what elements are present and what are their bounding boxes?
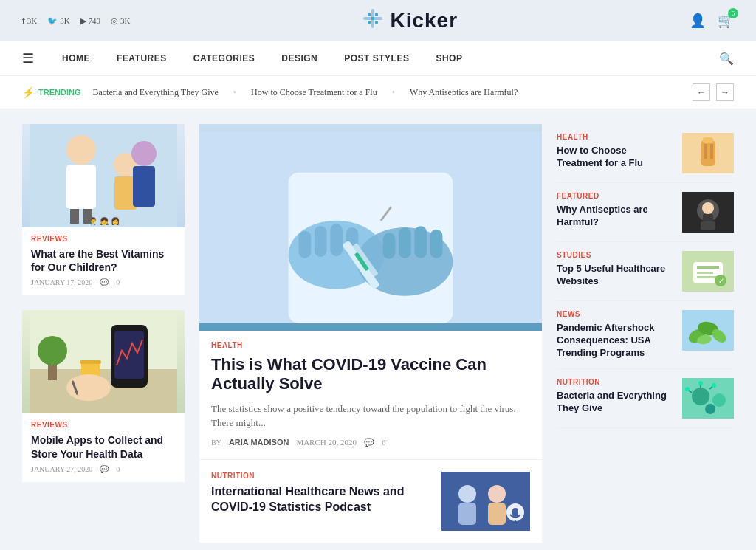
left-article-1: 👨‍⚕️ 👧 👩 REVIEWS What are the Best Vitam… xyxy=(22,124,185,295)
logo-icon xyxy=(362,7,384,34)
hero-comment-icon: 💬 xyxy=(364,438,374,447)
right-item-1-category[interactable]: HEALTH xyxy=(557,133,675,141)
logo[interactable]: Kicker xyxy=(362,7,458,34)
svg-point-74 xyxy=(692,388,709,405)
article-1-title[interactable]: What are the Best Vitamins for Our Child… xyxy=(31,247,176,274)
article-1-category[interactable]: REVIEWS xyxy=(31,235,176,243)
youtube-social[interactable]: ▶ 740 xyxy=(80,16,101,26)
nav-bar: ☰ HOME FEATURES CATEGORIES DESIGN POST S… xyxy=(0,41,756,76)
user-icon[interactable]: 👤 xyxy=(690,13,706,29)
search-icon[interactable]: 🔍 xyxy=(719,52,734,66)
svg-rect-53 xyxy=(703,137,713,143)
svg-point-76 xyxy=(705,404,715,414)
article-1-image: 👨‍⚕️ 👧 👩 xyxy=(22,124,185,227)
article-2-meta: JANUARY 27, 2020 💬 0 xyxy=(31,465,176,473)
svg-text:👨‍⚕️ 👧 👩: 👨‍⚕️ 👧 👩 xyxy=(89,216,120,226)
cart-icon[interactable]: 🛒 6 xyxy=(718,13,734,29)
youtube-count: 740 xyxy=(89,16,101,25)
hero-comments: 6 xyxy=(382,438,386,447)
svg-rect-63 xyxy=(697,266,719,269)
instagram-social[interactable]: ◎ 3K xyxy=(111,16,130,26)
trending-item-2[interactable]: How to Choose Treatment for a Flu xyxy=(251,87,377,98)
bolt-icon: ⚡ xyxy=(22,86,35,98)
right-item-5-category[interactable]: NUTRITION xyxy=(557,378,675,386)
right-item-2-title[interactable]: Why Antiseptics are Harmful? xyxy=(557,204,675,229)
article-2-date: JANUARY 27, 2020 xyxy=(31,465,92,473)
nav-post-styles[interactable]: POST STYLES xyxy=(331,41,422,75)
trending-items: Bacteria and Everything They Give • How … xyxy=(92,87,681,98)
nav-shop[interactable]: SHOP xyxy=(422,41,475,75)
hero-image xyxy=(199,124,542,331)
right-item-2: FEATURED Why Antiseptics are Harmful? xyxy=(557,183,734,242)
nav-design[interactable]: DESIGN xyxy=(268,41,331,75)
center-art2-title[interactable]: International Healthcare News and COVID-… xyxy=(211,484,431,515)
svg-text:✓: ✓ xyxy=(718,277,724,285)
svg-rect-20 xyxy=(114,331,144,379)
right-item-2-category[interactable]: FEATURED xyxy=(557,192,675,200)
svg-point-25 xyxy=(66,374,111,401)
right-item-3-text: STUDIES Top 5 Useful Healthcare Websites xyxy=(557,251,675,288)
right-item-5-thumb xyxy=(682,378,734,419)
hero-category[interactable]: HEALTH xyxy=(211,341,530,349)
nav-categories[interactable]: CATEGORIES xyxy=(180,41,268,75)
center-article-2-text: NUTRITION International Healthcare News … xyxy=(211,472,431,515)
hamburger-menu[interactable]: ☰ xyxy=(22,50,34,66)
trending-item-1[interactable]: Bacteria and Everything They Give xyxy=(92,87,218,98)
svg-rect-45 xyxy=(458,503,476,525)
article-1-meta: JANUARY 17, 2020 💬 0 xyxy=(31,278,176,286)
svg-rect-3 xyxy=(375,13,378,16)
svg-rect-6 xyxy=(371,17,374,20)
right-item-4-text: NEWS Pandemic Aftershock Consequences: U… xyxy=(557,310,675,360)
article-2-image xyxy=(22,310,185,413)
right-item-4-category[interactable]: NEWS xyxy=(557,310,675,318)
nav-home[interactable]: HOME xyxy=(49,41,103,75)
trending-label: ⚡ TRENDING xyxy=(22,86,80,98)
svg-point-81 xyxy=(712,383,716,388)
article-1-body: REVIEWS What are the Best Vitamins for O… xyxy=(22,227,185,295)
right-item-3-thumb: ✓ xyxy=(682,251,734,292)
svg-rect-43 xyxy=(441,472,530,531)
trending-text: TRENDING xyxy=(38,88,80,97)
svg-point-75 xyxy=(712,393,726,407)
article-2-title[interactable]: Mobile Apps to Collect and Store Your He… xyxy=(31,433,176,460)
center-art2-image xyxy=(441,472,530,531)
svg-point-82 xyxy=(685,387,690,391)
left-column: 👨‍⚕️ 👧 👩 REVIEWS What are the Best Vitam… xyxy=(22,124,185,543)
right-item-3-category[interactable]: STUDIES xyxy=(557,251,675,259)
trending-next[interactable]: → xyxy=(716,83,734,101)
svg-rect-36 xyxy=(399,227,411,258)
twitter-social[interactable]: 🐦 3K xyxy=(47,16,69,26)
svg-point-22 xyxy=(38,336,67,365)
right-column: HEALTH How to Choose Treatment for a Flu… xyxy=(557,124,734,543)
svg-rect-37 xyxy=(414,226,427,258)
facebook-social[interactable]: f 3K xyxy=(22,16,37,25)
center-art2-category[interactable]: NUTRITION xyxy=(211,472,431,480)
social-icons: f 3K 🐦 3K ▶ 740 ◎ 3K xyxy=(22,16,131,26)
main-nav: HOME FEATURES CATEGORIES DESIGN POST STY… xyxy=(49,41,719,75)
trending-bar: ⚡ TRENDING Bacteria and Everything They … xyxy=(0,76,756,109)
svg-point-59 xyxy=(702,202,714,214)
right-item-1-title[interactable]: How to Choose Treatment for a Flu xyxy=(557,145,675,170)
svg-rect-5 xyxy=(375,21,378,24)
doctor-family-illustration: 👨‍⚕️ 👧 👩 xyxy=(30,124,177,227)
instagram-count: 3K xyxy=(120,16,130,25)
facebook-icon: f xyxy=(22,16,25,25)
facebook-count: 3K xyxy=(27,16,37,25)
trending-prev[interactable]: ← xyxy=(693,83,710,101)
cart-badge: 6 xyxy=(728,8,738,18)
svg-rect-60 xyxy=(703,214,713,221)
right-item-1: HEALTH How to Choose Treatment for a Flu xyxy=(557,124,734,183)
right-item-1-thumb xyxy=(682,133,734,173)
svg-rect-33 xyxy=(330,224,343,256)
article-2-category[interactable]: REVIEWS xyxy=(31,421,176,429)
svg-rect-10 xyxy=(70,209,79,224)
right-item-3-title[interactable]: Top 5 Useful Healthcare Websites xyxy=(557,263,675,288)
nav-features[interactable]: FEATURES xyxy=(103,41,180,75)
trending-item-3[interactable]: Why Antiseptics are Harmful? xyxy=(410,87,518,98)
svg-rect-31 xyxy=(299,231,312,258)
hero-title[interactable]: This is What COVID-19 Vaccine Can Actual… xyxy=(211,355,530,394)
right-item-4-title[interactable]: Pandemic Aftershock Consequences: USA Tr… xyxy=(557,322,675,360)
top-bar: f 3K 🐦 3K ▶ 740 ◎ 3K Kic xyxy=(0,0,756,41)
svg-rect-55 xyxy=(710,144,713,159)
right-item-5-title[interactable]: Bacteria and Everything They Give xyxy=(557,390,675,415)
